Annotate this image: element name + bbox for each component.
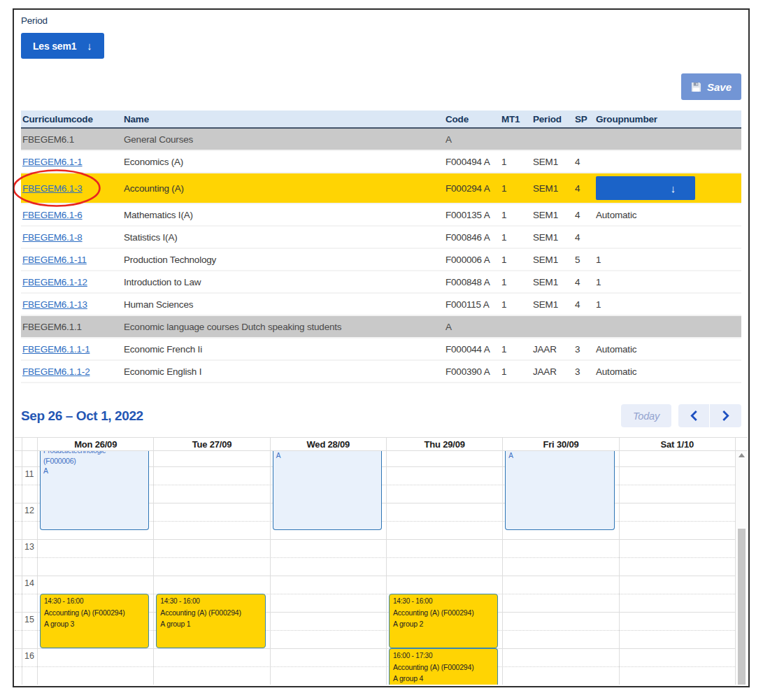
- sp-cell: 4: [573, 150, 594, 173]
- chevron-left-icon: [690, 410, 698, 421]
- period-cell: SEM1: [532, 173, 573, 203]
- time-label: 16: [22, 651, 37, 661]
- curriculumcode-link[interactable]: FBEGEM6.1-13: [22, 299, 87, 310]
- sp-cell: 5: [573, 248, 594, 271]
- sp-cell: 4: [573, 293, 594, 315]
- period-cell: SEM1: [532, 293, 573, 315]
- grid-vline: [619, 451, 620, 685]
- grid-vline: [502, 451, 503, 685]
- event-text-line: A: [276, 451, 378, 461]
- curriculumcode-link[interactable]: FBEGEM6.1-3: [22, 183, 83, 194]
- curriculumcode-cell: FBEGEM6.1-1: [21, 150, 122, 173]
- calendar-event[interactable]: 14:30 - 16:00Accounting (A) (F000294)A g…: [389, 594, 498, 648]
- calendar-controls: Today: [621, 404, 741, 427]
- mt1-cell: 1: [500, 271, 532, 293]
- page-frame: Period Les sem1 ↓ Save CurriculumcodeNam…: [13, 8, 750, 687]
- name-cell: Mathematics I(A): [122, 203, 444, 226]
- column-header: SP: [573, 110, 594, 128]
- curriculumcode-cell: FBEGEM6.1-3: [21, 173, 122, 203]
- curriculumcode-cell: FBEGEM6.1-13: [21, 293, 122, 315]
- name-cell: Human Sciences: [122, 293, 444, 315]
- table-row: FBEGEM6.1.1Economic language courses Dut…: [21, 315, 741, 338]
- grid-halfhour-line: [15, 557, 735, 558]
- event-text-line: Accounting (A) (F000294): [44, 607, 145, 618]
- period-selected-value: Les sem1: [33, 41, 76, 52]
- curriculumcode-link[interactable]: FBEGEM6.1-12: [22, 277, 87, 287]
- grid-vline: [37, 451, 38, 685]
- floppy-disk-icon: [691, 82, 701, 92]
- mt1-cell: 1: [500, 248, 532, 271]
- curriculumcode-link[interactable]: FBEGEM6.1-8: [22, 232, 83, 243]
- column-header: Period: [532, 110, 573, 128]
- save-button[interactable]: Save: [681, 73, 741, 100]
- table-row: FBEGEM6.1-1Economics (A)F000494 A1SEM14: [21, 150, 741, 173]
- grid-hour-line: [15, 576, 735, 576]
- calendar-body: 111213141516Productietechnologie(F000006…: [15, 451, 748, 685]
- event-text: 14:30 - 16:00Accounting (A) (F000294)A g…: [393, 596, 494, 629]
- groupnumber-cell: Automatic: [594, 338, 741, 360]
- name-cell: General Courses: [122, 128, 444, 150]
- next-week-button[interactable]: [710, 404, 741, 427]
- course-table: CurriculumcodeNameCodeMT1PeriodSPGroupnu…: [21, 110, 741, 383]
- time-label: 15: [22, 615, 37, 624]
- table-row: FBEGEM6.1-11Production TechnologyF000006…: [21, 248, 741, 271]
- sp-cell: 3: [573, 338, 594, 360]
- mt1-cell: 1: [500, 150, 532, 173]
- table-row: FBEGEM6.1-13Human SciencesF000115 A1SEM1…: [21, 293, 741, 315]
- event-text: 14:30 - 16:00Accounting (A) (F000294)A g…: [44, 596, 145, 629]
- groupnumber-cell: 1: [594, 271, 741, 293]
- period-label: Period: [21, 15, 741, 26]
- event-text-line: A: [508, 451, 611, 461]
- curriculumcode-link[interactable]: FBEGEM6.1-11: [22, 255, 87, 265]
- calendar-event[interactable]: 14:30 - 16:00Accounting (A) (F000294)A g…: [156, 594, 265, 648]
- groupnumber-dropdown[interactable]: ↓: [596, 176, 695, 200]
- today-button[interactable]: Today: [621, 404, 671, 427]
- scrollbar-thumb[interactable]: [738, 529, 746, 685]
- calendar-event[interactable]: 14:30 - 16:00Accounting (A) (F000294)A g…: [40, 594, 149, 648]
- groupnumber-cell: [594, 128, 741, 150]
- groupnumber-cell: 1: [594, 293, 741, 315]
- calendar-event: Productietechnologie(F000006)A: [40, 451, 149, 530]
- groupnumber-cell: [594, 150, 741, 173]
- event-text-line: Productietechnologie: [43, 451, 145, 456]
- grid-hour-line: [15, 539, 735, 540]
- event-text-line: 14:30 - 16:00: [393, 596, 494, 607]
- calendar-event: A: [505, 451, 614, 530]
- code-cell: F000135 A: [444, 203, 500, 226]
- event-text-line: A group 2: [393, 618, 494, 629]
- curriculumcode-link[interactable]: FBEGEM6.1.1-1: [22, 344, 90, 355]
- sp-cell: 4: [573, 203, 594, 226]
- time-label: 14: [22, 578, 37, 588]
- curriculumcode-link[interactable]: FBEGEM6.1-6: [22, 210, 83, 220]
- period-cell: SEM1: [532, 203, 573, 226]
- name-cell: Economic French Ii: [122, 338, 444, 360]
- period-cell: SEM1: [532, 226, 573, 248]
- week-calendar: Mon 26/09Tue 27/09Wed 28/09Thu 29/09Fri …: [15, 437, 748, 685]
- scrollbar-up-icon[interactable]: [736, 453, 748, 457]
- table-row: FBEGEM6.1-8Statistics I(A)F000846 A1SEM1…: [21, 226, 741, 248]
- mt1-cell: 1: [500, 338, 532, 360]
- curriculumcode-link[interactable]: FBEGEM6.1-1: [22, 157, 83, 167]
- course-table-body: FBEGEM6.1General CoursesAFBEGEM6.1-1Econ…: [21, 128, 741, 383]
- day-header-gutter: [15, 438, 22, 450]
- code-cell: F000846 A: [444, 226, 500, 248]
- table-row: FBEGEM6.1-6Mathematics I(A)F000135 A1SEM…: [21, 203, 741, 226]
- groupnumber-cell: Automatic: [594, 360, 741, 383]
- table-row: FBEGEM6.1-3Accounting (A)F000294 A1SEM14…: [21, 173, 741, 203]
- event-text-line: A: [43, 466, 145, 476]
- name-cell: Economics (A): [122, 150, 444, 173]
- course-table-header-row: CurriculumcodeNameCodeMT1PeriodSPGroupnu…: [21, 110, 741, 128]
- period-cell: SEM1: [532, 271, 573, 293]
- event-text-line: 14:30 - 16:00: [160, 596, 261, 607]
- period-dropdown-button[interactable]: Les sem1 ↓: [21, 33, 104, 59]
- prev-week-button[interactable]: [678, 404, 710, 427]
- curriculumcode-link[interactable]: FBEGEM6.1.1-2: [22, 366, 90, 377]
- period-cell: [532, 315, 573, 338]
- event-text-line: A group 4: [393, 673, 494, 684]
- calendar-event[interactable]: 16:00 - 17:30Accounting (A) (F000294)A g…: [389, 648, 498, 685]
- event-text-line: A group 1: [160, 618, 261, 629]
- period-cell: JAAR: [532, 360, 573, 383]
- chevron-right-icon: [722, 410, 729, 421]
- grid-vline: [153, 451, 154, 685]
- calendar-scrollbar[interactable]: [735, 451, 748, 685]
